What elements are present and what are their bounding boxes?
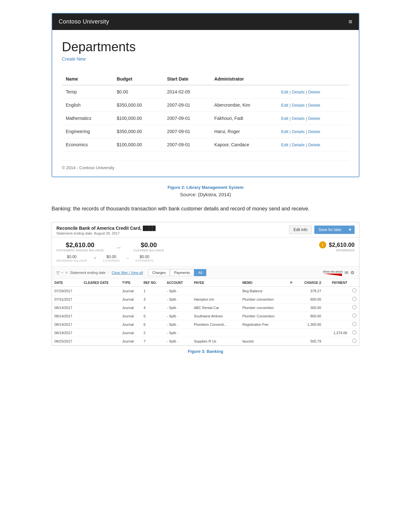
ending-balance-block: $2,610.00 STATEMENT ENDING BALANCE (56, 241, 104, 252)
delete-link[interactable]: Delete (308, 116, 320, 121)
tx-radio[interactable] (350, 312, 359, 320)
th-cleared-date: CLEARED DATE (81, 279, 120, 287)
dept-actions[interactable]: Edit | Details | Delete (277, 85, 349, 99)
th-flag: 🏳 (287, 279, 296, 287)
tx-radio[interactable] (350, 329, 359, 337)
edit-info-button[interactable]: Edit info (289, 226, 311, 234)
dept-actions[interactable]: Edit | Details | Delete (277, 99, 349, 112)
show-me-around-text: show me aroun (323, 270, 343, 273)
tx-account: - Split - (164, 295, 191, 304)
statement-date-text: Statement ending date (70, 271, 106, 275)
th-scroll (350, 279, 359, 287)
tx-radio[interactable] (350, 287, 359, 295)
details-link[interactable]: Details (292, 103, 305, 108)
beginning-balance-small: $0.00 BEGINNING BALANCE (56, 255, 87, 262)
dept-budget: $100,000.00 (113, 138, 163, 151)
tab-payments[interactable]: Payments (170, 269, 194, 276)
edit-link[interactable]: Edit (281, 103, 288, 108)
tx-ref: 7 (141, 337, 164, 345)
details-link[interactable]: Details (292, 142, 305, 147)
bank-header-right: Edit info Save for later ▼ (289, 226, 355, 234)
dept-actions[interactable]: Edit | Details | Delete (277, 125, 349, 138)
tx-radio[interactable] (350, 295, 359, 304)
delete-link[interactable]: Delete (308, 129, 320, 134)
email-icon[interactable]: ✉ (345, 270, 348, 275)
tx-payment (324, 287, 350, 295)
bank-transaction-row: 08/14/2017 Journal 4 - Split - ABC Renta… (52, 304, 359, 312)
tx-radio[interactable] (350, 304, 359, 312)
tx-ref: 6 (141, 320, 164, 329)
th-ref: REF NO. (141, 279, 164, 287)
tx-account: - Split - (164, 304, 191, 312)
delete-link[interactable]: Delete (308, 103, 320, 108)
th-type: TYPE (120, 279, 141, 287)
settings-icon[interactable]: ⚙ (350, 270, 355, 275)
figure3-banking: Reconcile Bank of America Credit Card, █… (52, 222, 359, 346)
summary-row1: $2,610.00 STATEMENT ENDING BALANCE – $0.… (56, 241, 303, 252)
show-me-around-container: show me aroun (323, 269, 343, 276)
edit-link[interactable]: Edit (281, 142, 288, 147)
dept-actions[interactable]: Edit | Details | Delete (277, 112, 349, 125)
filter-icon[interactable]: ▽ (56, 270, 60, 275)
dept-budget: $350,000.00 (113, 99, 163, 112)
details-link[interactable]: Details (292, 90, 305, 94)
bank-transaction-row: 08/14/2017 Journal 6 - Split - Plumbers … (52, 320, 359, 329)
tx-payee: Hampton Inn (191, 295, 240, 304)
difference-amount: $2,610.00 (329, 242, 355, 248)
clear-x-button[interactable]: ✕ (65, 271, 68, 275)
tab-all[interactable]: All (194, 269, 206, 276)
details-link[interactable]: Details (292, 129, 305, 134)
tx-charge: 300.00 (296, 304, 324, 312)
dept-actions[interactable]: Edit | Details | Delete (277, 138, 349, 151)
tab-group: Charges Payments All (148, 269, 207, 276)
tx-charge: 505.79 (296, 337, 324, 345)
tx-flag (287, 312, 296, 320)
tx-memo: Plumber Convention (240, 312, 287, 320)
dept-admin: Kapoor, Candace (210, 138, 277, 151)
minus-symbol2: – (126, 255, 129, 261)
save-dropdown-button[interactable]: ▼ (346, 226, 355, 234)
tx-radio[interactable] (350, 320, 359, 329)
th-payee: PAYEE (191, 279, 240, 287)
edit-link[interactable]: Edit (281, 129, 288, 134)
create-new-link[interactable]: Create New (62, 56, 86, 62)
dept-admin (210, 85, 277, 99)
dept-admin: Abercrombie, Kim (210, 99, 277, 112)
delete-link[interactable]: Delete (308, 90, 320, 94)
edit-link[interactable]: Edit (281, 90, 288, 94)
ending-balance-label: STATEMENT ENDING BALANCE (56, 249, 104, 252)
tx-payee: Supplies R Us (191, 337, 240, 345)
th-date: DATE (52, 279, 81, 287)
dept-budget: $100,000.00 (113, 112, 163, 125)
figure1-caption: Figure 2: Library Management System (52, 185, 359, 190)
delete-link[interactable]: Delete (308, 142, 320, 147)
tx-flag (287, 287, 296, 295)
red-arrow-shape (323, 274, 342, 276)
tx-flag (287, 329, 296, 337)
clear-filter-link[interactable]: Clear filter / View all (112, 271, 143, 275)
tx-radio[interactable] (350, 337, 359, 345)
tx-payee: Plumbers Conventi... (191, 320, 240, 329)
tx-charge: 600.00 (296, 295, 324, 304)
dept-start-date: 2007-09-01 (163, 138, 210, 151)
save-for-later-button[interactable]: Save for later (314, 226, 346, 234)
save-later-group: Save for later ▼ (314, 226, 355, 234)
bank-transaction-row: 07/29/2017 Journal 1 - Split - Beg Balan… (52, 287, 359, 295)
dept-admin: Fakhouri, Fadi (210, 112, 277, 125)
tab-charges[interactable]: Charges (148, 269, 170, 276)
tx-payee (191, 329, 240, 337)
cleared-balance-block: $0.00 CLEARED BALANCE (133, 241, 164, 252)
tx-account: - Split - (164, 320, 191, 329)
details-link[interactable]: Details (292, 116, 305, 121)
departments-table: Name Budget Start Date Administrator Tem… (62, 73, 349, 151)
dept-start-date: 2007-09-01 (163, 112, 210, 125)
tx-charge: 800.00 (296, 312, 324, 320)
hamburger-icon[interactable]: ≡ (348, 18, 352, 25)
tx-payee: ABC Rental Car (191, 304, 240, 312)
tx-cleared (81, 304, 120, 312)
edit-link[interactable]: Edit (281, 116, 288, 121)
dept-budget: $350,000.00 (113, 125, 163, 138)
bank-header: Reconcile Bank of America Credit Card, █… (52, 222, 359, 237)
th-charge: CHARGE (I (296, 279, 324, 287)
table-row: English $350,000.00 2007-09-01 Abercromb… (62, 99, 349, 112)
